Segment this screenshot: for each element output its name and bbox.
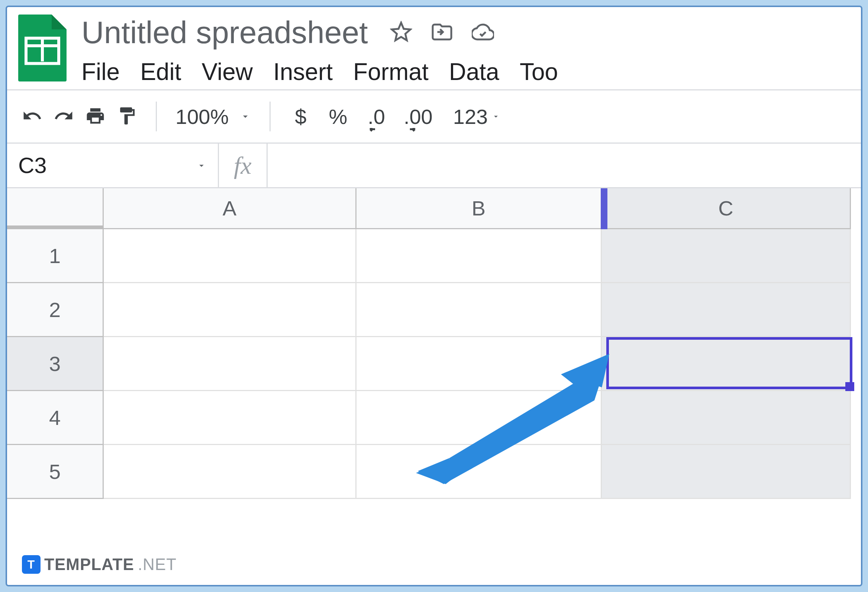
column-c-active-marker <box>601 188 607 229</box>
cell[interactable] <box>104 337 356 391</box>
row-header-1[interactable]: 1 <box>7 229 104 283</box>
chevron-down-icon <box>492 112 500 121</box>
move-folder-icon[interactable] <box>431 21 453 44</box>
cell[interactable] <box>104 229 356 283</box>
cell-c3[interactable] <box>602 337 851 391</box>
decrease-decimal-button[interactable]: .0 <box>364 105 389 129</box>
zoom-value: 100% <box>176 105 229 129</box>
column-header-c[interactable]: C <box>602 188 851 229</box>
app-window: Untitled spreadsheet File Edit View <box>6 6 862 586</box>
cell[interactable] <box>602 283 851 337</box>
fx-label: fx <box>219 144 268 187</box>
undo-icon[interactable] <box>22 106 42 127</box>
document-title[interactable]: Untitled spreadsheet <box>81 15 368 50</box>
name-box-value: C3 <box>18 152 47 178</box>
increase-decimal-button[interactable]: .00 <box>400 105 436 129</box>
menu-edit[interactable]: Edit <box>140 58 181 86</box>
watermark-brand: TEMPLATE <box>44 555 134 574</box>
row-header-2[interactable]: 2 <box>7 283 104 337</box>
print-icon[interactable] <box>85 106 106 127</box>
grid-row: 2 <box>7 283 861 337</box>
toolbar: 100% $ % .0 .00 123 <box>7 89 861 144</box>
cell[interactable] <box>602 391 851 445</box>
column-headers: A B C <box>7 188 861 229</box>
select-all-corner[interactable] <box>7 188 104 229</box>
grid-row: 5 <box>7 445 861 499</box>
cell[interactable] <box>356 229 602 283</box>
grid-rows: 1 2 3 4 <box>7 229 861 499</box>
cell[interactable] <box>356 283 602 337</box>
cell[interactable] <box>356 445 602 499</box>
toolbar-separator <box>270 102 271 131</box>
grid-row: 1 <box>7 229 861 283</box>
grid-row: 3 <box>7 337 861 391</box>
chevron-down-icon <box>240 111 251 122</box>
menu-data[interactable]: Data <box>449 58 499 86</box>
formula-input[interactable] <box>268 144 861 187</box>
grid: A B C 1 2 3 <box>7 188 861 499</box>
more-formats-button[interactable]: 123 <box>447 105 506 129</box>
cell[interactable] <box>356 337 602 391</box>
cell[interactable] <box>356 391 602 445</box>
redo-icon[interactable] <box>53 106 74 127</box>
column-header-b[interactable]: B <box>356 188 602 229</box>
percent-button[interactable]: % <box>323 105 353 129</box>
row-header-4[interactable]: 4 <box>7 391 104 445</box>
currency-button[interactable]: $ <box>289 105 312 129</box>
title-area: Untitled spreadsheet File Edit View <box>81 15 850 86</box>
formula-bar: C3 fx <box>7 144 861 188</box>
cloud-status-icon[interactable] <box>472 21 494 44</box>
menu-format[interactable]: Format <box>353 58 429 86</box>
cell[interactable] <box>104 391 356 445</box>
title-row: Untitled spreadsheet <box>81 15 850 50</box>
menu-tools[interactable]: Too <box>520 58 558 86</box>
row-header-5[interactable]: 5 <box>7 445 104 499</box>
menu-insert[interactable]: Insert <box>273 58 333 86</box>
menu-bar: File Edit View Insert Format Data Too <box>81 58 850 86</box>
zoom-dropdown[interactable]: 100% <box>176 105 251 129</box>
cell[interactable] <box>602 229 851 283</box>
grid-row: 4 <box>7 391 861 445</box>
star-icon[interactable] <box>390 21 412 44</box>
watermark-suffix: .NET <box>138 555 177 574</box>
paint-format-icon[interactable] <box>117 106 137 127</box>
sheets-app-icon[interactable] <box>18 15 66 81</box>
menu-view[interactable]: View <box>201 58 253 86</box>
header: Untitled spreadsheet File Edit View <box>7 7 861 89</box>
menu-file[interactable]: File <box>81 58 120 86</box>
cell[interactable] <box>104 445 356 499</box>
name-box[interactable]: C3 <box>7 144 219 187</box>
watermark-icon: T <box>22 555 40 574</box>
row-header-3[interactable]: 3 <box>7 337 104 391</box>
toolbar-separator <box>156 102 157 131</box>
title-icons <box>390 21 494 44</box>
chevron-down-icon <box>196 160 207 171</box>
cell[interactable] <box>602 445 851 499</box>
watermark: T TEMPLATE.NET <box>22 555 177 574</box>
cell[interactable] <box>104 283 356 337</box>
column-header-a[interactable]: A <box>104 188 356 229</box>
